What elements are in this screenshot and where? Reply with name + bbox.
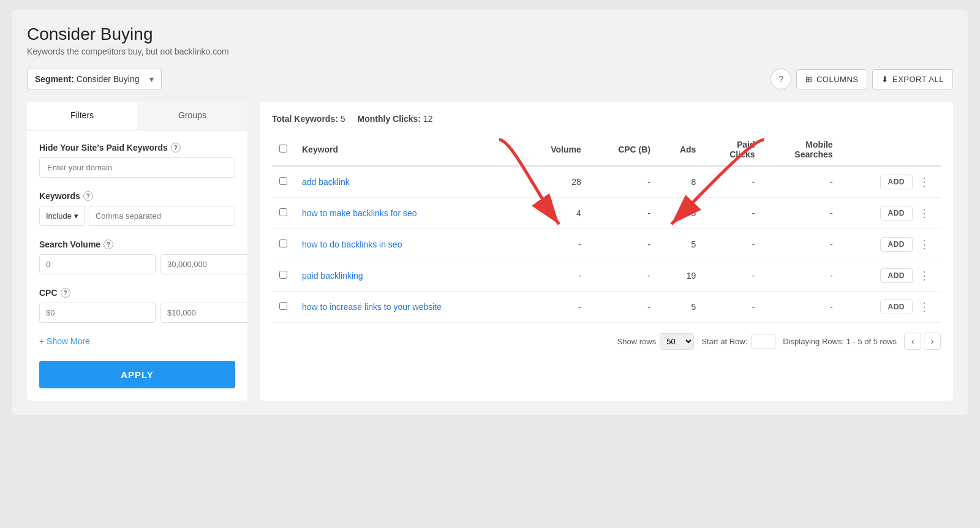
row-mobile-searches: - (763, 229, 840, 260)
row-keyword: paid backlinking (295, 260, 522, 292)
add-button[interactable]: ADD (880, 175, 913, 189)
export-icon: ⬇ (881, 75, 889, 84)
tab-filters[interactable]: Filters (27, 102, 137, 130)
help-button[interactable]: ? (771, 69, 791, 89)
pagination-bar: Show rows 50 25 100 Start at Row: 1 Disp… (272, 333, 941, 350)
cpc-label: CPC ? (39, 288, 235, 298)
volume-min-input[interactable] (39, 254, 156, 274)
row-cpc: - (589, 260, 658, 292)
monthly-clicks: Monthly Clicks: 12 (358, 114, 433, 124)
row-volume: - (522, 260, 588, 292)
th-mobile-searches: MobileSearches (763, 134, 840, 166)
next-page-button[interactable]: › (924, 333, 941, 350)
volume-range-row (39, 254, 235, 274)
hide-keywords-help-icon[interactable]: ? (171, 143, 181, 153)
keywords-help-icon[interactable]: ? (83, 191, 93, 201)
row-actions-cell: ADD ⋮ (840, 229, 941, 260)
table-row: how to do backlinks in seo - - 5 - - ADD… (272, 229, 941, 260)
segment-label: Segment: (35, 74, 74, 84)
keyword-link[interactable]: add backlink (302, 177, 350, 187)
row-mobile-searches: - (763, 260, 840, 292)
apply-button[interactable]: APPLY (39, 361, 235, 388)
row-paid-clicks: - (703, 260, 762, 292)
top-bar-actions: ? ⊞ COLUMNS ⬇ EXPORT ALL (771, 69, 953, 89)
row-ads: 5 (658, 229, 703, 260)
row-mobile-searches: - (763, 166, 840, 198)
keyword-link[interactable]: how to do backlinks in seo (302, 239, 402, 249)
displaying-rows: Displaying Rows: 1 - 5 of 5 rows (783, 337, 897, 346)
row-checkbox[interactable] (279, 239, 287, 247)
cpc-help-icon[interactable]: ? (61, 288, 70, 298)
columns-icon: ⊞ (805, 75, 813, 84)
row-checkbox[interactable] (279, 271, 287, 279)
include-select[interactable]: Include ▾ (39, 206, 85, 226)
keywords-row: Include ▾ (39, 206, 235, 226)
hide-keywords-section: Hide Your Site's Paid Keywords ? (39, 143, 235, 178)
content-area: Filters Groups Hide Your Site's Paid Key… (27, 102, 953, 401)
sidebar-tabs: Filters Groups (27, 102, 247, 130)
row-volume: - (522, 292, 588, 323)
cpc-max-input[interactable] (160, 303, 247, 323)
add-button[interactable]: ADD (880, 300, 913, 314)
add-button[interactable]: ADD (880, 237, 913, 252)
row-ads: 5 (658, 292, 703, 323)
table-row: add backlink 28 - 8 - - ADD ⋮ (272, 166, 941, 198)
keyword-link[interactable]: how to make backlinks for seo (302, 208, 417, 218)
export-button[interactable]: ⬇ EXPORT ALL (872, 69, 953, 89)
cpc-min-input[interactable] (39, 303, 156, 323)
prev-page-button[interactable]: ‹ (904, 333, 921, 350)
th-ads: Ads (658, 134, 703, 166)
more-options-button[interactable]: ⋮ (915, 299, 933, 315)
row-volume: 28 (522, 166, 588, 198)
keyword-link[interactable]: how to increase links to your website (302, 302, 442, 312)
select-all-checkbox[interactable] (279, 145, 287, 153)
more-options-button[interactable]: ⋮ (915, 205, 933, 221)
more-options-button[interactable]: ⋮ (915, 236, 933, 252)
row-checkbox-cell (272, 229, 295, 260)
th-cpc: CPC (B) (589, 134, 658, 166)
row-checkbox[interactable] (279, 302, 287, 310)
volume-help-icon[interactable]: ? (104, 239, 113, 249)
row-cpc: - (589, 166, 658, 198)
keyword-link[interactable]: paid backlinking (302, 271, 363, 281)
row-paid-clicks: - (703, 229, 762, 260)
add-button[interactable]: ADD (880, 206, 913, 221)
row-checkbox[interactable] (279, 208, 287, 216)
show-more-link[interactable]: + Show More (39, 336, 235, 346)
comma-input[interactable] (89, 206, 235, 226)
row-ads: 19 (658, 260, 703, 292)
start-at-input[interactable]: 1 (751, 334, 775, 349)
th-keyword: Keyword (295, 134, 522, 166)
volume-max-input[interactable] (160, 254, 247, 274)
add-button[interactable]: ADD (880, 268, 913, 283)
rows-select[interactable]: 50 25 100 (660, 333, 694, 350)
sidebar-content: Hide Your Site's Paid Keywords ? Keyword… (27, 130, 247, 401)
results-summary: Total Keywords: 5 Monthly Clicks: 12 (272, 114, 941, 124)
include-arrow-icon: ▾ (74, 211, 78, 221)
row-checkbox[interactable] (279, 177, 287, 185)
row-checkbox-cell (272, 166, 295, 198)
monthly-clicks-value: 12 (423, 114, 433, 124)
segment-value: Consider Buying (77, 74, 140, 84)
segment-select[interactable]: Segment: Consider Buying ▾ (27, 69, 162, 89)
show-rows-label: Show rows (617, 337, 657, 346)
more-options-button[interactable]: ⋮ (915, 174, 933, 190)
show-rows-group: Show rows 50 25 100 (617, 333, 695, 350)
row-keyword: add backlink (295, 166, 522, 198)
domain-input[interactable] (39, 157, 235, 178)
more-options-button[interactable]: ⋮ (915, 268, 933, 284)
row-actions: ADD ⋮ (848, 174, 933, 190)
columns-button[interactable]: ⊞ COLUMNS (796, 69, 867, 89)
row-cpc: - (589, 292, 658, 323)
tab-groups[interactable]: Groups (137, 102, 247, 130)
keywords-table: Keyword Volume CPC (B) Ads PaidClicks Mo… (272, 134, 941, 323)
results-panel: Total Keywords: 5 Monthly Clicks: 12 (260, 102, 953, 401)
row-paid-clicks: - (703, 166, 762, 198)
row-actions: ADD ⋮ (848, 299, 933, 315)
page-subtitle: Keywords the competitors buy, but not ba… (27, 47, 953, 56)
th-actions (840, 134, 941, 166)
row-mobile-searches: - (763, 198, 840, 229)
sidebar: Filters Groups Hide Your Site's Paid Key… (27, 102, 247, 401)
row-actions-cell: ADD ⋮ (840, 198, 941, 229)
row-keyword: how to increase links to your website (295, 292, 522, 323)
